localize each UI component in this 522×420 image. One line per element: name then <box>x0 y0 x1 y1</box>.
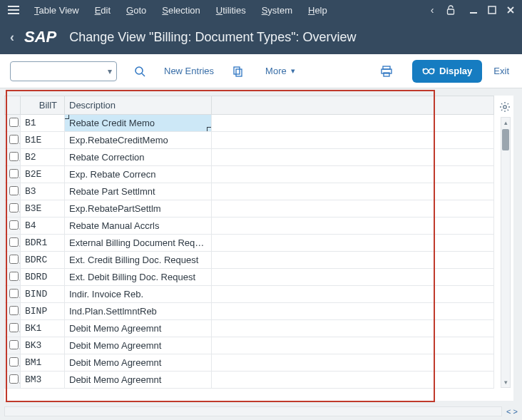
row-checkbox[interactable] <box>9 169 19 178</box>
print-icon[interactable] <box>377 61 396 81</box>
row-select-cell[interactable] <box>5 252 21 269</box>
nav-left-right-icon[interactable]: < > <box>502 407 518 416</box>
cell-description[interactable]: Rebate Manual Accrls <box>65 217 212 235</box>
cell-billt[interactable]: B3 <box>21 183 65 200</box>
table-row[interactable]: BDRDExt. Debit Billing Doc. Request <box>5 269 494 286</box>
cell-description[interactable]: Exp. Rebate Correcn <box>65 166 212 183</box>
row-checkbox[interactable] <box>9 340 19 349</box>
row-select-cell[interactable] <box>5 372 21 389</box>
row-checkbox[interactable] <box>9 255 19 264</box>
copy-as-icon[interactable] <box>228 61 248 81</box>
menu-edit[interactable]: Edit <box>88 2 118 19</box>
table-row[interactable]: BDR1External Billing Document Requ… <box>5 235 494 252</box>
row-select-cell[interactable] <box>5 320 21 337</box>
cell-billt[interactable]: B2 <box>21 149 65 166</box>
back-button[interactable]: ‹ <box>10 30 14 45</box>
cell-description[interactable]: Debit Memo Agreemnt <box>65 354 212 372</box>
cell-description[interactable]: Exp.RebateCreditMemo <box>65 132 212 149</box>
display-button[interactable]: Display <box>412 60 482 83</box>
table-row[interactable]: B3Rebate Part Settlmnt <box>5 183 494 200</box>
row-select-cell[interactable] <box>5 132 21 149</box>
cell-billt[interactable]: B3E <box>21 200 65 217</box>
row-checkbox[interactable] <box>9 357 19 367</box>
vertical-scrollbar[interactable]: ▴ ▾ <box>501 117 511 388</box>
cell-description[interactable]: Ind.Plan.SettlmntReb <box>65 303 212 320</box>
table-row[interactable]: BK3Debit Memo Agreemnt <box>5 337 494 354</box>
cell-description[interactable]: Rebate Correction <box>65 149 212 166</box>
menu-selection[interactable]: Selection <box>155 2 207 19</box>
row-checkbox[interactable] <box>9 203 19 212</box>
cell-description[interactable]: Rebate Part Settlmnt <box>65 183 212 200</box>
hamburger-icon[interactable] <box>6 2 21 18</box>
table-header-select[interactable] <box>5 96 21 115</box>
scroll-down-icon[interactable]: ▾ <box>501 377 510 387</box>
cell-billt[interactable]: BM3 <box>21 372 65 389</box>
minimize-icon[interactable] <box>468 4 479 16</box>
more-button[interactable]: More ▾ <box>261 61 300 81</box>
exit-button[interactable]: Exit <box>491 61 512 81</box>
row-select-cell[interactable] <box>5 337 21 354</box>
row-select-cell[interactable] <box>5 166 21 183</box>
cell-description[interactable]: Exp.RebatePartSettlm <box>65 200 212 217</box>
table-row[interactable]: B2Rebate Correction <box>5 149 494 166</box>
row-select-cell[interactable] <box>5 217 21 235</box>
search-icon[interactable] <box>130 61 150 81</box>
table-row[interactable]: BM3Debit Memo Agreemnt <box>5 372 494 389</box>
menu-system[interactable]: System <box>255 2 300 19</box>
table-row[interactable]: BINDIndir. Invoice Reb. <box>5 286 494 303</box>
table-row[interactable]: BINPInd.Plan.SettlmntReb <box>5 303 494 320</box>
cell-billt[interactable]: B2E <box>21 166 65 183</box>
cell-billt[interactable]: BINP <box>21 303 65 320</box>
cell-description[interactable]: Debit Memo Agreemnt <box>65 320 212 337</box>
row-checkbox[interactable] <box>9 289 19 298</box>
cell-description[interactable]: Debit Memo Agreemnt <box>65 372 212 389</box>
row-checkbox[interactable] <box>9 272 19 281</box>
cell-billt[interactable]: BM1 <box>21 354 65 372</box>
prev-icon[interactable]: ‹ <box>426 4 438 16</box>
row-checkbox[interactable] <box>9 237 19 247</box>
lock-open-icon[interactable] <box>445 4 456 16</box>
cell-billt[interactable]: B4 <box>21 217 65 235</box>
row-select-cell[interactable] <box>5 115 21 132</box>
menu-goto[interactable]: Goto <box>119 2 153 19</box>
close-icon[interactable] <box>505 4 516 16</box>
menu-utilities[interactable]: Utilities <box>209 2 253 19</box>
menu-table-view[interactable]: Table View <box>27 2 86 19</box>
table-row[interactable]: BK1Debit Memo Agreemnt <box>5 320 494 337</box>
table-row[interactable]: B4Rebate Manual Accrls <box>5 217 494 235</box>
cell-billt[interactable]: BK3 <box>21 337 65 354</box>
horizontal-scrollbar[interactable] <box>4 406 502 416</box>
row-select-cell[interactable] <box>5 149 21 166</box>
gear-icon[interactable] <box>499 101 511 115</box>
row-select-cell[interactable] <box>5 269 21 286</box>
view-select-combo[interactable]: ▾ <box>10 61 117 81</box>
table-row[interactable]: B1EExp.RebateCreditMemo <box>5 132 494 149</box>
cell-billt[interactable]: B1E <box>21 132 65 149</box>
row-checkbox[interactable] <box>9 220 19 230</box>
cell-description[interactable]: Indir. Invoice Reb. <box>65 286 212 303</box>
row-select-cell[interactable] <box>5 183 21 200</box>
table-row[interactable]: B2EExp. Rebate Correcn <box>5 166 494 183</box>
table-header-billt[interactable]: BillT <box>21 96 65 115</box>
cell-billt[interactable]: BDR1 <box>21 235 65 252</box>
cell-billt[interactable]: B1 <box>21 115 65 132</box>
row-select-cell[interactable] <box>5 354 21 372</box>
table-row[interactable]: BDRCExt. Credit Billing Doc. Request <box>5 252 494 269</box>
scrollbar-thumb[interactable] <box>502 129 509 150</box>
maximize-icon[interactable] <box>486 4 498 16</box>
row-checkbox[interactable] <box>9 186 19 195</box>
row-select-cell[interactable] <box>5 235 21 252</box>
cell-description[interactable]: Ext. Credit Billing Doc. Request <box>65 252 212 269</box>
cell-billt[interactable]: BIND <box>21 286 65 303</box>
row-checkbox[interactable] <box>9 135 19 144</box>
new-entries-button[interactable]: New Entries <box>157 61 221 81</box>
table-row[interactable]: BM1Debit Memo Agreemnt <box>5 354 494 372</box>
cell-description[interactable]: Rebate Credit Memo <box>65 115 212 132</box>
scroll-up-icon[interactable]: ▴ <box>501 118 510 128</box>
cell-description[interactable]: Ext. Debit Billing Doc. Request <box>65 269 212 286</box>
row-checkbox[interactable] <box>9 374 19 384</box>
row-select-cell[interactable] <box>5 200 21 217</box>
cell-description[interactable]: External Billing Document Requ… <box>65 235 212 252</box>
row-checkbox[interactable] <box>9 152 19 161</box>
row-checkbox[interactable] <box>9 323 19 332</box>
